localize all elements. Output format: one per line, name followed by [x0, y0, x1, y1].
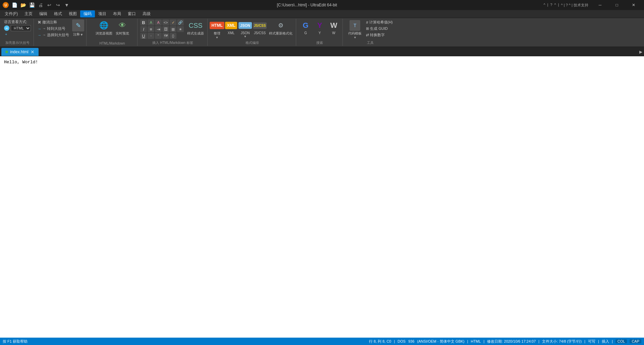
json-format-icon: JSON — [240, 20, 251, 31]
new-file-btn[interactable]: 📄 — [11, 1, 18, 9]
style-reformat-btn[interactable]: ⚙ 样式重新格式化 — [268, 19, 294, 37]
link-btn[interactable]: 🔗 — [177, 19, 184, 25]
status-right-items: 行 8, 列 8, C0 | DOS 936 (ANSI/OEM - 简体中文 … — [369, 339, 641, 344]
editor-area[interactable]: Hello, World! — [0, 56, 644, 338]
tab-active-indicator — [5, 51, 8, 53]
select-to-brace-btn[interactable]: → → 选择到大括号 — [37, 32, 70, 38]
comment-group-content: ✖ 撤消注释 → → 转到大括号 → → 选择到大括号 ✎ — [37, 19, 84, 45]
minimize-button[interactable]: ─ — [592, 0, 608, 10]
title-bar-tools: 📄 📂 💾 🖨 ↩ ↪ ▼ — [11, 1, 70, 9]
status-ansiOem: (ANSI/OEM - 简体中文 GBK) — [417, 339, 465, 344]
support-link[interactable]: | — [558, 3, 559, 8]
align-btn[interactable]: ⬝ — [148, 33, 154, 39]
maximize-button[interactable]: □ — [609, 0, 625, 10]
menu-layout[interactable]: 布局 — [110, 10, 124, 17]
color-btn2[interactable]: A — [155, 19, 162, 25]
gen-guid-btn[interactable]: ⊞ 生成 GUID — [365, 26, 393, 31]
html-format-btn[interactable]: HTML 整理 ▼ — [210, 19, 224, 40]
code-btn[interactable]: {} — [170, 33, 176, 39]
help-link[interactable]: | — [547, 3, 548, 8]
lang-select-dropdown[interactable]: HTML — [11, 25, 31, 31]
menu-code[interactable]: 编码 — [80, 10, 95, 17]
status-writable[interactable]: 可写 — [588, 339, 595, 344]
browser-group-content: 🌐 浏览器视图 👁 实时预览 — [94, 19, 130, 41]
close-button[interactable]: ✕ — [626, 0, 641, 10]
lang-label: 语言查看方式: — [4, 19, 27, 24]
hash-icon: # — [366, 20, 368, 24]
style-group: B A A <> ✓ 🔗 I ≡ ⇥ 🖼 ▦ ★ — [138, 19, 208, 46]
comment-group: ✖ 撤消注释 → → 转到大括号 → → 选择到大括号 ✎ — [35, 19, 87, 46]
json-format-btn[interactable]: JSON JSON ▼ — [238, 19, 252, 39]
convert-btn[interactable]: ⇄ 转换数字 — [365, 32, 393, 38]
yahoo-search-btn[interactable]: Y Y — [313, 19, 326, 36]
redo-btn[interactable]: ↪ — [54, 1, 62, 9]
cancel-comment-btn[interactable]: ✖ 撤消注释 — [37, 19, 70, 25]
status-language[interactable]: HTML — [471, 339, 481, 343]
style-gen-label: 样式生成器 — [187, 31, 204, 36]
style-reformat-label: 样式重新格式化 — [269, 31, 292, 36]
menu-file[interactable]: 文件(F) — [1, 10, 21, 17]
realtime-preview-btn[interactable]: 👁 实时预览 — [114, 19, 130, 37]
browser-view-btn[interactable]: 🌐 浏览器视图 — [94, 19, 114, 37]
undo-btn[interactable]: ↩ — [46, 1, 53, 9]
title-bar-left: U 📄 📂 💾 🖨 ↩ ↪ ▼ — [3, 1, 70, 9]
json-badge: JSON — [238, 22, 252, 29]
tab-close-btn[interactable]: ✕ — [31, 50, 35, 54]
annotate-btn[interactable]: ✎ — [72, 19, 84, 31]
list-btn[interactable]: ≡ — [148, 26, 154, 32]
style-reformat-icon: ⚙ — [275, 20, 286, 31]
calc-hash-btn[interactable]: # 计算哈希值(H) — [365, 19, 393, 25]
xml-format-btn[interactable]: XML XML — [224, 19, 238, 36]
bing-w-icon: W — [330, 21, 337, 30]
code-template-btn[interactable]: T 代码模板 ▼ — [347, 19, 363, 40]
bold-btn[interactable]: B — [140, 19, 147, 25]
google-g-icon: G — [303, 21, 309, 30]
media-btn[interactable]: 🖼 — [162, 26, 169, 32]
status-position: 行 8, 列 8, C0 — [369, 339, 391, 344]
menu-home[interactable]: 主页 — [21, 10, 36, 17]
jscss-format-btn[interactable]: JS/CSS JS/CSS — [253, 19, 267, 36]
jscss-format-icon: JS/CSS — [255, 20, 265, 31]
print-btn[interactable]: 🖨 — [37, 1, 44, 9]
menu-advanced[interactable]: 高级 — [139, 10, 154, 17]
quote-btn[interactable]: " — [155, 33, 162, 39]
menu-view[interactable]: 视图 — [65, 10, 80, 17]
map-btn[interactable]: 🗺 — [162, 33, 169, 39]
goto-brace-btn[interactable]: → → 转到大括号 — [37, 26, 70, 31]
title-bar-right: ^ | ? ^ | ^ | ? ^ | 技术支持 ─ □ ✕ — [543, 0, 641, 10]
bing-search-btn[interactable]: W W — [327, 19, 340, 36]
italic-btn[interactable]: I — [140, 26, 147, 32]
ribbon-body: 语言查看方式: H HTML + 加亮显示/大括号 — [0, 18, 644, 47]
style-group-content: B A A <> ✓ 🔗 I ≡ ⇥ 🖼 ▦ ★ — [140, 19, 205, 40]
style-generator-btn[interactable]: CSS 样式生成器 — [186, 19, 205, 37]
open-file-btn[interactable]: 📂 — [19, 1, 27, 9]
check-btn[interactable]: ✓ — [170, 19, 176, 25]
indent-btn[interactable]: ⇥ — [155, 26, 162, 32]
format-group-label: 格式编排 — [210, 41, 294, 45]
tag-btn[interactable]: <> — [162, 19, 169, 25]
menu-edit[interactable]: 编辑 — [36, 10, 51, 17]
browser-view-label: 浏览器视图 — [96, 31, 112, 36]
more-btn[interactable]: ▼ — [63, 1, 70, 9]
status-separator2: | — [467, 339, 468, 343]
add-lang-btn[interactable]: + — [4, 32, 31, 37]
tab-scroll-right[interactable]: ▶ — [637, 48, 644, 56]
template-inner-icon: T — [354, 23, 357, 28]
cancel-comment-icon: ✖ — [38, 20, 41, 25]
table-btn[interactable]: ▦ — [170, 26, 176, 32]
status-insert[interactable]: 插入 — [602, 339, 609, 344]
google-search-btn[interactable]: G G — [299, 19, 312, 36]
lang-icon: H — [4, 25, 9, 31]
special-btn[interactable]: ★ — [177, 26, 184, 32]
color-btn1[interactable]: A — [148, 19, 154, 25]
menu-format[interactable]: 格式 — [51, 10, 65, 17]
menu-project[interactable]: 项目 — [95, 10, 110, 17]
json-format-label: JSON — [241, 31, 250, 35]
status-separator4: | — [538, 339, 539, 343]
menu-window[interactable]: 窗口 — [124, 10, 139, 17]
html-format-icon: HTML — [212, 20, 222, 31]
goto-brace-label: → 转到大括号 — [42, 26, 65, 31]
tab-index-html[interactable]: index.html ✕ — [1, 48, 39, 56]
save-file-btn[interactable]: 💾 — [28, 1, 36, 9]
underline-btn[interactable]: U — [140, 33, 147, 39]
